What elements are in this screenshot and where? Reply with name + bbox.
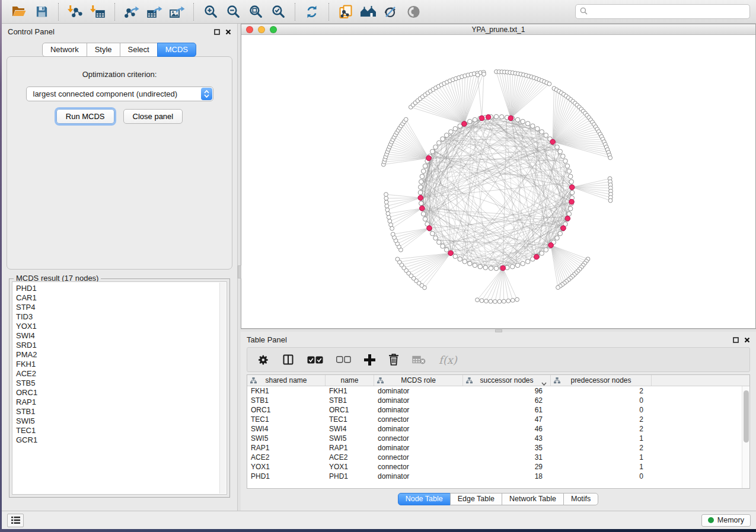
- node[interactable]: [419, 180, 424, 184]
- node[interactable]: [535, 127, 540, 132]
- node[interactable]: [544, 248, 548, 252]
- leaf-node[interactable]: [515, 297, 519, 302]
- node[interactable]: [499, 115, 504, 120]
- node[interactable]: [558, 149, 563, 154]
- mcds-hub-node[interactable]: [534, 254, 540, 259]
- leaf-node[interactable]: [385, 204, 389, 208]
- mcds-result-item[interactable]: STP4: [16, 303, 227, 312]
- show-graphics-icon[interactable]: [402, 2, 425, 21]
- node[interactable]: [565, 164, 570, 169]
- table-scrollbar[interactable]: [742, 386, 749, 488]
- mcds-hub-node[interactable]: [500, 265, 506, 271]
- criterion-select[interactable]: largest connected component (undirected): [26, 86, 213, 101]
- leaf-node[interactable]: [608, 156, 613, 160]
- node[interactable]: [421, 169, 426, 174]
- cybrowser-icon[interactable]: [357, 2, 379, 21]
- table-row[interactable]: ORC1ORC1dominator610: [247, 405, 749, 415]
- node[interactable]: [558, 231, 563, 236]
- mcds-result-item[interactable]: PHD1: [16, 284, 227, 293]
- leaf-node[interactable]: [511, 299, 515, 303]
- table-row[interactable]: TEC1TEC1connector472: [247, 415, 749, 424]
- zoom-window-icon[interactable]: [270, 26, 277, 33]
- task-history-button[interactable]: [7, 514, 24, 527]
- mcds-hub-node[interactable]: [418, 196, 423, 201]
- mcds-result-item[interactable]: YOX1: [16, 322, 227, 331]
- column-header-successor-nodes[interactable]: successor nodes: [463, 375, 551, 386]
- split-columns-icon[interactable]: [282, 354, 294, 366]
- zoom-selected-icon[interactable]: [267, 2, 289, 21]
- node-table[interactable]: shared namenameMCDS rolesuccessor nodesp…: [247, 374, 750, 489]
- node[interactable]: [473, 263, 477, 268]
- node[interactable]: [567, 211, 572, 216]
- node[interactable]: [540, 130, 544, 134]
- node[interactable]: [419, 185, 423, 190]
- node[interactable]: [515, 117, 520, 122]
- node[interactable]: [555, 236, 560, 241]
- node[interactable]: [555, 145, 560, 150]
- mcds-result-item[interactable]: SWI5: [16, 416, 227, 426]
- mcds-result-item[interactable]: ORC1: [16, 388, 227, 398]
- close-window-icon[interactable]: [246, 26, 253, 33]
- node[interactable]: [430, 149, 435, 154]
- leaf-node[interactable]: [388, 219, 392, 223]
- leaf-node[interactable]: [384, 200, 388, 204]
- mcds-hub-node[interactable]: [569, 185, 575, 190]
- export-network-icon[interactable]: [120, 2, 143, 21]
- leaf-node[interactable]: [547, 82, 551, 86]
- node[interactable]: [444, 133, 449, 138]
- leaf-node[interactable]: [484, 299, 489, 303]
- node[interactable]: [468, 119, 473, 124]
- table-row[interactable]: YOX1YOX1connector291: [247, 462, 749, 472]
- zoom-fit-icon[interactable]: [244, 2, 267, 21]
- mcds-result-item[interactable]: SRD1: [16, 341, 227, 350]
- export-image-icon[interactable]: [165, 2, 188, 21]
- mcds-result-item[interactable]: PMA2: [16, 350, 227, 360]
- search-input[interactable]: [591, 8, 745, 16]
- mcds-result-item[interactable]: SWI4: [16, 331, 227, 341]
- leaf-node[interactable]: [482, 72, 486, 76]
- mcds-result-item[interactable]: ACE2: [16, 369, 227, 379]
- node[interactable]: [444, 248, 449, 252]
- node[interactable]: [510, 264, 515, 269]
- node[interactable]: [483, 265, 488, 270]
- close-panel-icon[interactable]: [744, 337, 750, 343]
- checked-boxes-icon[interactable]: [307, 356, 323, 364]
- leaf-node[interactable]: [608, 198, 613, 203]
- open-file-icon[interactable]: [8, 2, 30, 21]
- node[interactable]: [544, 133, 548, 138]
- import-table-icon[interactable]: [87, 2, 109, 21]
- node[interactable]: [570, 190, 575, 195]
- memory-button[interactable]: Memory: [701, 514, 751, 527]
- leaf-node[interactable]: [506, 299, 511, 303]
- mcds-result-item[interactable]: RAP1: [16, 398, 227, 407]
- trash-icon[interactable]: [388, 354, 399, 366]
- mcds-hub-node[interactable]: [427, 226, 432, 231]
- zoom-out-icon[interactable]: [222, 2, 244, 21]
- node[interactable]: [568, 206, 573, 211]
- leaf-node[interactable]: [391, 232, 395, 236]
- network-titlebar[interactable]: YPA_prune.txt_1: [241, 24, 755, 35]
- table-row[interactable]: ACE2ACE2connector311: [247, 453, 749, 462]
- node[interactable]: [430, 231, 435, 236]
- mcds-hub-node[interactable]: [565, 216, 570, 222]
- node[interactable]: [420, 174, 425, 179]
- node[interactable]: [468, 261, 473, 266]
- leaf-node[interactable]: [497, 300, 502, 304]
- node[interactable]: [494, 114, 499, 119]
- mcds-result-item[interactable]: STB5: [16, 379, 227, 388]
- tab-motifs[interactable]: Motifs: [563, 493, 598, 505]
- mcds-hub-node[interactable]: [448, 251, 454, 256]
- node[interactable]: [568, 174, 573, 179]
- mcds-hub-node[interactable]: [426, 156, 432, 161]
- tab-edge-table[interactable]: Edge Table: [450, 493, 502, 505]
- node[interactable]: [418, 190, 423, 195]
- node[interactable]: [419, 201, 424, 206]
- node[interactable]: [540, 251, 544, 256]
- node[interactable]: [441, 137, 445, 142]
- export-table-icon[interactable]: [143, 2, 165, 21]
- mcds-result-list[interactable]: PHD1CAR1STP4TID3YOX1SWI4SRD1PMA2FKH1ACE2…: [12, 281, 227, 495]
- leaf-node[interactable]: [387, 215, 391, 219]
- share-network-icon[interactable]: [334, 2, 357, 21]
- close-panel-button[interactable]: Close panel: [123, 109, 183, 124]
- node[interactable]: [462, 259, 467, 264]
